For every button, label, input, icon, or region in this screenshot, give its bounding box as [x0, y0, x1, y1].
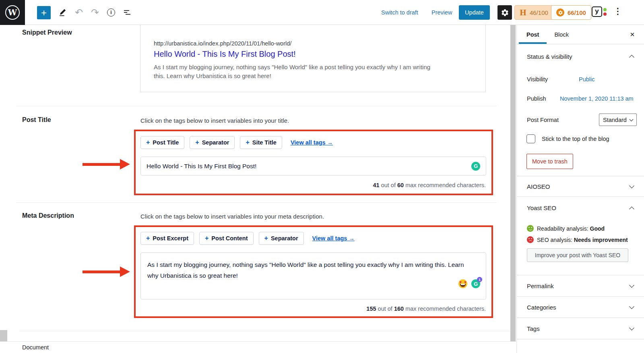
post-title-label: Post Title	[22, 116, 51, 124]
details-button[interactable]: i	[105, 6, 118, 19]
meta-description-input[interactable]: As I start my blogging journey, nothing …	[140, 252, 486, 299]
textarea-icons: ♥♥ G1	[458, 279, 480, 288]
improve-post-button[interactable]: Improve your post with Yoast SEO	[527, 248, 628, 262]
chevron-down-icon	[629, 283, 634, 288]
description-character-counter: 155 out of 160 max recommended character…	[366, 306, 486, 312]
meta-description-value: As I start my blogging journey, nothing …	[147, 259, 471, 281]
panel-title: Status & visibility	[527, 53, 572, 60]
sidebar-tabs: Post Block	[517, 25, 644, 44]
view-all-tags-link[interactable]: View all tags →	[291, 139, 333, 146]
list-view-icon	[123, 8, 132, 17]
chevron-up-icon	[629, 55, 634, 60]
add-site-title-tag-button[interactable]: +Site Title	[240, 136, 282, 149]
snippet-url: http://urbanistica.io/index.php/2020/11/…	[154, 40, 291, 47]
panel-status-visibility[interactable]: Status & visibility	[517, 45, 644, 68]
seo-score-badge[interactable]: 66/100	[551, 5, 591, 20]
tag-label: Site Title	[252, 139, 277, 146]
panel-tags[interactable]: Tags	[517, 318, 644, 339]
divider	[16, 106, 496, 106]
yoast-toolbar-button[interactable]: y	[592, 6, 607, 17]
add-post-title-tag-button[interactable]: +Post Title	[140, 136, 184, 149]
plus-icon: +	[41, 7, 47, 18]
scrollbar-track	[510, 25, 516, 341]
tag-label: Post Title	[153, 139, 179, 146]
sticky-label: Stick to the top of the blog	[542, 136, 609, 142]
green-dot-icon	[603, 8, 607, 11]
redo-button[interactable]: ↷	[89, 6, 101, 19]
left-scrollbar-fragment	[0, 330, 7, 341]
panel-permalink[interactable]: Permalink	[517, 275, 644, 296]
panel-title: Yoast SEO	[527, 204, 556, 211]
wordpress-logo-button[interactable]: W	[0, 0, 25, 25]
switch-to-draft-link[interactable]: Switch to draft	[381, 9, 418, 16]
add-post-excerpt-tag-button[interactable]: +Post Excerpt	[140, 232, 194, 245]
chevron-down-icon	[629, 183, 634, 188]
visibility-value-link[interactable]: Public	[579, 76, 595, 83]
document-breadcrumb-bar[interactable]: Document	[0, 341, 516, 353]
preview-link[interactable]: Preview	[431, 9, 452, 16]
add-post-content-tag-button[interactable]: +Post Content	[199, 232, 254, 245]
plus-icon: +	[146, 235, 150, 242]
headline-score-badge[interactable]: H 46/100	[514, 5, 553, 20]
tag-label: Post Excerpt	[153, 235, 188, 242]
tab-block[interactable]: Block	[547, 25, 576, 44]
tag-label: Separator	[202, 139, 229, 146]
post-format-label: Post Format	[527, 117, 559, 123]
view-all-tags-link[interactable]: View all tags →	[312, 235, 355, 242]
info-icon: i	[107, 8, 115, 17]
editor-header: W + ↶ ↷ i Switch to draft Preview Update…	[0, 0, 644, 25]
annotation-arrow	[83, 266, 131, 277]
snippet-description: As I start my blogging journey, nothing …	[154, 63, 438, 81]
close-icon: ✕	[630, 31, 635, 38]
panel-categories[interactable]: Categories	[517, 296, 644, 318]
kebab-icon: ⋮	[614, 6, 622, 16]
plus-icon: +	[195, 139, 199, 146]
options-menu-button[interactable]: ⋮	[613, 6, 623, 19]
description-tag-row: +Post Excerpt +Post Content +Separator V…	[140, 232, 355, 245]
tag-label: Post Content	[211, 235, 248, 242]
post-format-select[interactable]: Standard	[599, 114, 637, 126]
gear-icon	[501, 8, 509, 17]
divider	[517, 339, 644, 339]
post-title-hint: Click on the tags below to insert variab…	[140, 117, 289, 124]
list-view-button[interactable]	[121, 6, 134, 19]
snippet-preview-label: Snippet Preview	[22, 29, 72, 36]
panel-aioseo[interactable]: AIOSEO	[517, 176, 644, 196]
grammarly-icon[interactable]: G1	[471, 279, 480, 288]
visibility-label: Visibility	[527, 76, 548, 83]
smiley-good-icon	[527, 225, 534, 232]
grammarly-icon[interactable]: G	[471, 162, 480, 171]
pencil-icon	[58, 8, 67, 17]
scrollbar-thumb[interactable]	[510, 25, 516, 341]
red-dot-icon	[603, 12, 607, 16]
publish-date-link[interactable]: November 1, 2020 11:13 am	[560, 95, 634, 102]
update-button[interactable]: Update	[459, 5, 490, 20]
post-title-input[interactable]: Hello World - This Is My First Blog Post…	[140, 157, 486, 175]
snippet-preview-card: http://urbanistica.io/index.php/2020/11/…	[140, 25, 486, 92]
tab-post[interactable]: Post	[519, 25, 547, 44]
wordpress-editor: W + ↶ ↷ i Switch to draft Preview Update…	[0, 0, 644, 353]
edit-mode-button[interactable]	[56, 6, 69, 19]
chevron-down-icon	[629, 304, 634, 309]
block-inserter-button[interactable]: +	[37, 6, 51, 19]
yoast-status-dots	[603, 8, 607, 16]
smiley-bad-icon	[527, 236, 534, 243]
document-breadcrumb: Document	[22, 344, 49, 351]
panel-title: Tags	[527, 325, 540, 332]
divider	[16, 202, 496, 203]
panel-title: Permalink	[527, 283, 554, 289]
plus-icon: +	[205, 235, 208, 242]
meta-description-hint: Click on the tags below to insert variab…	[140, 213, 324, 220]
add-separator-tag-button[interactable]: +Separator	[190, 136, 235, 149]
aioseo-icon	[556, 8, 564, 17]
close-sidebar-button[interactable]: ✕	[628, 30, 637, 39]
settings-button[interactable]	[497, 5, 512, 20]
sticky-checkbox[interactable]	[526, 134, 535, 143]
add-separator-tag-button[interactable]: +Separator	[259, 232, 304, 245]
editor-content: Snippet Preview http://urbanistica.io/in…	[0, 25, 510, 341]
panel-yoast-seo[interactable]: Yoast SEO	[517, 196, 644, 219]
panel-title: AIOSEO	[527, 183, 550, 190]
move-to-trash-button[interactable]: Move to trash	[526, 154, 573, 169]
tag-label: Separator	[271, 235, 298, 242]
undo-button[interactable]: ↶	[72, 6, 85, 19]
